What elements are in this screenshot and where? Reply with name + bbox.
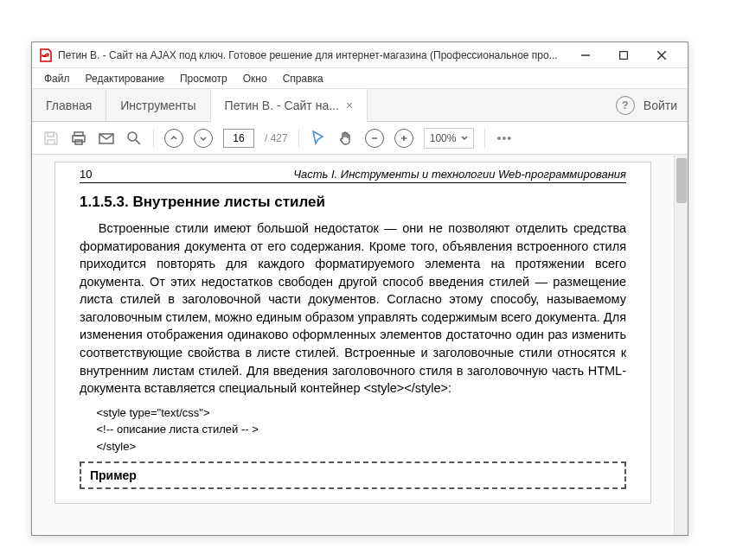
code-block: <style type="text/css"> <!-- описание ли…	[97, 404, 627, 455]
page-number: 10	[80, 168, 92, 181]
separator	[153, 129, 154, 148]
login-button[interactable]: Войти	[644, 99, 677, 112]
page-number-input[interactable]	[223, 129, 254, 148]
toolbar: / 427 100% •••	[32, 122, 688, 155]
more-icon[interactable]: •••	[496, 130, 513, 147]
menubar: Файл Редактирование Просмотр Окно Справк…	[32, 68, 688, 89]
document-page: 10 Часть I. Инструменты и технологии Web…	[54, 162, 651, 504]
svg-rect-1	[620, 51, 628, 59]
vertical-scrollbar[interactable]	[674, 155, 688, 535]
code-line: <style type="text/css">	[97, 404, 627, 422]
email-icon[interactable]	[98, 130, 115, 147]
hand-tool-icon[interactable]	[337, 130, 355, 147]
page-total-label: / 427	[265, 132, 288, 144]
menu-view[interactable]: Просмотр	[173, 71, 234, 86]
window-controls	[567, 43, 681, 67]
tabbar-right: ? Войти	[605, 89, 688, 121]
print-icon[interactable]	[70, 130, 87, 147]
document-viewport[interactable]: 10 Часть I. Инструменты и технологии Web…	[32, 155, 674, 535]
tab-tools[interactable]: Инструменты	[106, 89, 210, 121]
separator	[298, 129, 299, 148]
zoom-value: 100%	[430, 132, 457, 144]
maximize-button[interactable]	[605, 43, 643, 67]
tab-document[interactable]: Петин В. - Сайт на... ×	[211, 89, 368, 122]
tab-home-label: Главная	[46, 99, 92, 112]
section-heading: 1.1.5.3. Внутренние листы стилей	[80, 194, 626, 211]
content-area: 10 Часть I. Инструменты и технологии Web…	[32, 155, 688, 535]
pdf-app-icon	[39, 48, 53, 62]
menu-help[interactable]: Справка	[276, 71, 330, 86]
zoom-out-icon[interactable]	[365, 129, 384, 148]
menu-edit[interactable]: Редактирование	[79, 71, 171, 86]
page-header: 10 Часть I. Инструменты и технологии Web…	[80, 168, 626, 183]
app-window: Петин В. - Сайт на AJAX под ключ. Готово…	[31, 41, 688, 536]
svg-line-9	[136, 140, 140, 144]
svg-point-8	[128, 132, 137, 141]
minimize-button[interactable]	[567, 43, 605, 67]
tabbar: Главная Инструменты Петин В. - Сайт на..…	[32, 89, 688, 122]
tab-tools-label: Инструменты	[120, 99, 195, 112]
svg-rect-5	[73, 136, 85, 142]
zoom-select[interactable]: 100%	[424, 128, 475, 149]
tab-document-label: Петин В. - Сайт на...	[225, 99, 339, 112]
scrollbar-thumb[interactable]	[676, 158, 687, 203]
titlebar: Петин В. - Сайт на AJAX под ключ. Готово…	[32, 42, 688, 68]
tab-close-icon[interactable]: ×	[346, 99, 353, 112]
chevron-down-icon	[461, 135, 468, 142]
page-up-icon[interactable]	[164, 129, 183, 148]
menu-file[interactable]: Файл	[37, 71, 77, 86]
example-box: Пример	[80, 461, 626, 489]
save-icon	[42, 130, 60, 147]
body-paragraph: Встроенные стили имеют большой недостато…	[80, 220, 626, 398]
close-button[interactable]	[643, 43, 681, 67]
code-line: <!-- описание листа стилей -- >	[97, 421, 627, 438]
tab-home[interactable]: Главная	[32, 89, 106, 121]
separator	[484, 129, 485, 148]
part-title: Часть I. Инструменты и технологии Web-пр…	[293, 168, 626, 181]
select-tool-icon[interactable]	[310, 130, 327, 147]
search-icon[interactable]	[125, 130, 143, 147]
zoom-in-icon[interactable]	[394, 129, 413, 148]
help-icon[interactable]: ?	[616, 96, 635, 115]
menu-window[interactable]: Окно	[236, 71, 274, 86]
code-line: </style>	[97, 438, 627, 455]
window-title: Петин В. - Сайт на AJAX под ключ. Готово…	[58, 49, 567, 61]
page-down-icon[interactable]	[194, 129, 213, 148]
